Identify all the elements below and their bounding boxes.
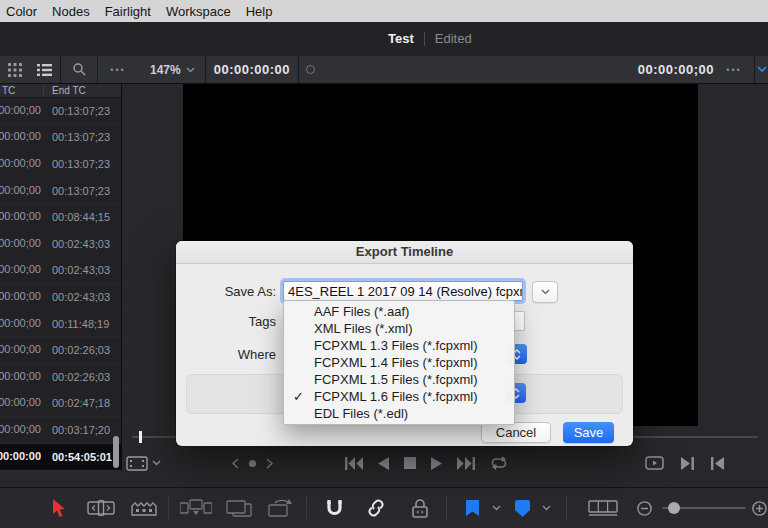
minus-circle-icon [637,501,652,516]
list-item[interactable]: 00:00:00;00 00:13:07;23 [0,178,121,205]
end-tc-cell: 00:13:07;23 [44,131,110,143]
zoom-in-button[interactable] [749,494,768,522]
magnet-icon [325,499,344,518]
link-clips-toggle[interactable] [362,494,390,522]
loop-playback-button[interactable] [490,456,508,470]
thumbnail-view-button[interactable] [0,56,30,84]
list-item[interactable]: 00:00:00;00 00:08:44;15 [0,204,121,231]
replace-clip-button[interactable] [263,494,301,522]
column-header-start-tc[interactable]: TC [0,85,44,96]
menu-option[interactable]: FCPXML 1.5 Files (*.fcpxml) [284,371,514,388]
razor-icon [131,501,157,516]
insert-clip-button[interactable] [178,494,214,522]
menu-item[interactable]: Help [246,4,273,19]
start-tc-cell: 00:00:00;00 [0,396,44,410]
list-item[interactable]: 00:00:00;00 00:11:48;19 [0,311,121,338]
menu-option[interactable]: FCPXML 1.6 Files (*.fcpxml) [284,388,514,405]
add-marker-button[interactable] [512,494,532,522]
position-lock-toggle[interactable] [406,494,434,522]
zoom-out-button[interactable] [634,494,654,522]
play-button[interactable] [431,457,442,470]
end-tc-cell: 00:13:07;23 [44,105,110,117]
list-item[interactable]: 00:00:00;00 00:02:47;18 [0,391,121,418]
list-item[interactable]: 00:00:00;00 00:02:43;03 [0,284,121,311]
menu-item[interactable]: Color [6,4,37,19]
menu-option[interactable]: EDL Files (*.edl) [284,405,514,422]
first-frame-button[interactable] [345,457,363,470]
filename-history-button[interactable] [532,281,558,303]
search-button[interactable] [63,56,95,84]
list-item[interactable]: 00:00:00;00 00:13:07;23 [0,125,121,152]
start-tc-cell: 00:00:00;00 [0,343,44,357]
start-tc-cell: 00:00:00;00 [0,290,44,304]
selection-mode-button[interactable] [48,494,70,522]
flag-icon [466,500,479,516]
list-item[interactable]: 00:00:00;00 00:02:26;03 [0,364,121,391]
list-item[interactable]: 00:00:00;00 00:13:07;23 [0,151,121,178]
end-tc-cell: 00:03:17;20 [44,424,110,436]
menu-option-label: FCPXML 1.5 Files (*.fcpxml) [314,372,478,387]
last-frame-button[interactable] [457,457,475,470]
column-header-end-tc[interactable]: End TC [44,85,86,96]
loop-region-button[interactable] [645,456,664,470]
menu-option[interactable]: FCPXML 1.3 Files (*.fcpxml) [284,337,514,354]
list-item[interactable]: 00:00:00;00 00:13:07;23 [0,98,121,125]
menu-option[interactable]: XML Files (*.xml) [284,320,514,337]
start-tc-cell: 00:00:00;00 [0,317,44,331]
list-item[interactable]: 00:00:00;00 00:02:43;03 [0,231,121,258]
title-bar: Test Edited [0,22,768,56]
list-view-button[interactable] [30,56,58,84]
zoom-level-select[interactable]: 147% [150,63,195,77]
viewer-mode-chevron-icon[interactable] [152,449,161,477]
end-tc-cell: 00:02:47;18 [44,397,110,409]
list-item[interactable]: 00:00:00;00 00:02:26;03 [0,337,121,364]
previous-clip-button[interactable] [711,457,724,470]
save-button[interactable]: Save [563,422,614,443]
jog-right-icon [266,458,273,469]
menu-option[interactable]: AAF Files (*.aaf) [284,303,514,320]
more-options-icon[interactable]: ••• [100,56,136,84]
menu-item[interactable]: Workspace [166,4,231,19]
timeline-zoom-handle[interactable] [668,502,680,514]
marker-color-chevron[interactable] [539,494,553,522]
marker-icon [515,500,530,517]
menu-item[interactable]: Fairlight [105,4,151,19]
chevron-down-icon [186,67,195,73]
razor-tool-button[interactable] [129,494,159,522]
filmstrip-icon [126,456,148,471]
save-as-label: Save As: [176,284,276,299]
end-tc-cell: 00:13:07;23 [44,158,110,170]
project-title: Test [388,31,414,46]
add-flag-button[interactable] [462,494,482,522]
plus-circle-icon [752,501,767,516]
overwrite-clip-icon [226,500,252,517]
menu-item[interactable]: Nodes [52,4,90,19]
snapping-toggle[interactable] [320,494,348,522]
project-title-group: Test Edited [388,31,472,46]
play-reverse-button[interactable] [378,457,389,470]
viewer-mode-button[interactable] [126,449,148,477]
viewer-options-icon[interactable]: ••• [714,56,754,84]
end-tc-cell: 00:02:43;03 [44,238,110,250]
where-label: Where [176,347,276,362]
cancel-button[interactable]: Cancel [481,422,551,443]
replace-clip-icon [267,499,297,517]
menu-option[interactable]: FCPXML 1.4 Files (*.fcpxml) [284,354,514,371]
jog-left-icon [232,458,239,469]
list-item[interactable]: 00:00:00;00 00:03:17;20 [0,417,121,444]
panel-expand-icon[interactable] [755,56,768,84]
list-item[interactable]: 00:00:00;00 00:02:43;03 [0,258,121,285]
overwrite-clip-button[interactable] [222,494,256,522]
trim-edit-mode-button[interactable] [85,494,117,522]
timeline-view-options-button[interactable] [586,494,620,522]
stop-button[interactable] [404,457,416,469]
filename-input[interactable]: 4ES_REEL 1 2017 09 14 (Resolve) fcpxml [283,281,523,301]
transport-controls [0,449,768,479]
playhead-marker[interactable] [139,431,142,443]
jog-control[interactable] [232,449,273,477]
flag-color-chevron[interactable] [489,494,503,522]
lock-icon [411,499,429,518]
next-clip-button[interactable] [681,457,694,470]
clip-list-header: TC End TC [0,84,121,98]
end-tc-cell: 00:02:26;03 [44,344,110,356]
